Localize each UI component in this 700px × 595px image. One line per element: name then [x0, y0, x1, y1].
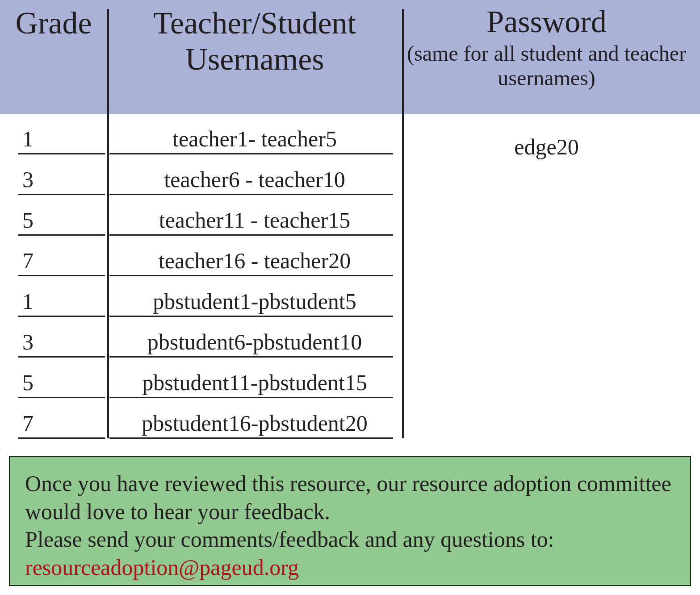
- cell-grade: 5: [22, 370, 89, 395]
- cell-usernames: teacher11 - teacher15: [107, 207, 402, 233]
- table-row: 3 pbstudent6-pbstudent10: [0, 317, 402, 358]
- feedback-email: resourceadoption@pageud.org: [25, 555, 299, 580]
- cell-usernames: pbstudent6-pbstudent10: [107, 329, 402, 355]
- cell-grade: 3: [22, 329, 89, 355]
- column-divider-2: [402, 9, 404, 438]
- table-row: 5 teacher11 - teacher15: [0, 195, 402, 236]
- table-body: 1 teacher1- teacher5 3 teacher6 - teache…: [0, 114, 402, 439]
- table-row: 1 teacher1- teacher5: [0, 114, 402, 154]
- password-subtitle: (same for all student and teacher userna…: [402, 41, 691, 90]
- row-underline: [109, 437, 393, 439]
- cell-grade: 7: [22, 248, 89, 274]
- feedback-text-line1: Once you have reviewed this resource, ou…: [25, 471, 671, 524]
- table-row: 7 pbstudent16-pbstudent20: [0, 398, 402, 439]
- row-underline: [18, 437, 105, 439]
- cell-usernames: pbstudent16-pbstudent20: [107, 410, 402, 436]
- column-header-grade: Grade: [0, 5, 107, 41]
- cell-usernames: pbstudent1-pbstudent5: [107, 288, 402, 314]
- table-row: 1 pbstudent1-pbstudent5: [0, 276, 402, 317]
- password-title: Password: [402, 5, 691, 38]
- cell-grade: 1: [22, 288, 89, 314]
- column-header-usernames: Teacher/StudentUsernames: [107, 5, 402, 77]
- table-row: 5 pbstudent11-pbstudent15: [0, 358, 402, 398]
- feedback-text-line2: Please send your comments/feedback and a…: [25, 527, 554, 552]
- cell-usernames: teacher16 - teacher20: [107, 248, 402, 274]
- cell-usernames: teacher1- teacher5: [107, 126, 402, 152]
- table-row: 3 teacher6 - teacher10: [0, 154, 402, 195]
- cell-grade: 7: [22, 410, 89, 436]
- cell-grade: 3: [22, 166, 89, 192]
- cell-grade: 5: [22, 207, 89, 233]
- table-row: 7 teacher16 - teacher20: [0, 236, 402, 276]
- cell-usernames: teacher6 - teacher10: [107, 166, 402, 192]
- feedback-note: Once you have reviewed this resource, ou…: [9, 456, 691, 586]
- credentials-sheet: Grade Teacher/StudentUsernames Password …: [0, 0, 700, 595]
- cell-usernames: pbstudent11-pbstudent15: [107, 370, 402, 395]
- column-header-password: Password (same for all student and teach…: [402, 5, 691, 90]
- password-value: edge20: [402, 134, 691, 160]
- cell-grade: 1: [22, 126, 89, 152]
